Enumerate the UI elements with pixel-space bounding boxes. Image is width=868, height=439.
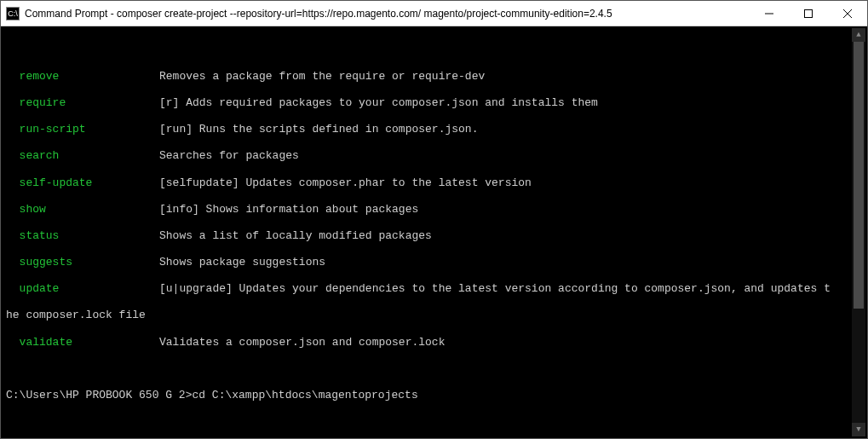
entered-command: cd C:\xampp\htdocs\magentoprojects: [192, 389, 417, 401]
vertical-scrollbar[interactable]: ▲ ▼: [852, 28, 865, 436]
help-cmd: suggests: [20, 256, 72, 269]
titlebar[interactable]: C:\ Command Prompt - composer create-pro…: [1, 1, 867, 26]
help-cmd: remove: [20, 70, 60, 83]
help-desc: Shows package suggestions: [159, 256, 325, 269]
prompt-path: C:\Users\HP PROBOOK 650 G 2>: [6, 389, 192, 401]
scroll-down-button[interactable]: ▼: [852, 423, 865, 436]
cmd-icon: C:\: [6, 7, 20, 20]
help-cmd: status: [20, 229, 60, 242]
help-desc: [u|upgrade] Updates your dependencies to…: [159, 282, 831, 295]
help-desc: [selfupdate] Updates composer.phar to th…: [159, 176, 532, 189]
help-desc: [run] Runs the scripts defined in compos…: [159, 123, 478, 136]
scroll-thumb[interactable]: [854, 42, 864, 309]
svg-rect-1: [805, 9, 813, 17]
help-cmd: update: [20, 282, 60, 295]
help-desc: Shows a list of locally modified package…: [159, 229, 432, 242]
scroll-up-button[interactable]: ▲: [852, 28, 865, 42]
minimize-button[interactable]: [750, 1, 789, 26]
command-prompt-window: C:\ Command Prompt - composer create-pro…: [0, 0, 868, 439]
scroll-track[interactable]: [852, 42, 865, 423]
help-cmd: validate: [20, 336, 72, 349]
help-cmd: run-script: [20, 123, 86, 136]
help-cmd: search: [20, 149, 60, 162]
help-cmd: require: [20, 96, 66, 109]
help-cmd: show: [20, 203, 46, 216]
terminal-area[interactable]: removeRemoves a package from the require…: [1, 26, 867, 438]
help-desc: [info] Shows information about packages: [159, 203, 418, 216]
window-title: Command Prompt - composer create-project…: [25, 8, 750, 20]
help-desc: [r] Adds required packages to your compo…: [159, 96, 598, 109]
maximize-button[interactable]: [789, 1, 828, 26]
help-desc: Removes a package from the require or re…: [159, 70, 485, 83]
window-controls: [750, 1, 867, 26]
help-cmd: self-update: [20, 176, 93, 189]
update-wrap: he composer.lock file: [6, 309, 146, 321]
close-button[interactable]: [828, 1, 867, 26]
help-desc: Searches for packages: [159, 149, 299, 162]
help-desc: Validates a composer.json and composer.l…: [159, 336, 445, 349]
